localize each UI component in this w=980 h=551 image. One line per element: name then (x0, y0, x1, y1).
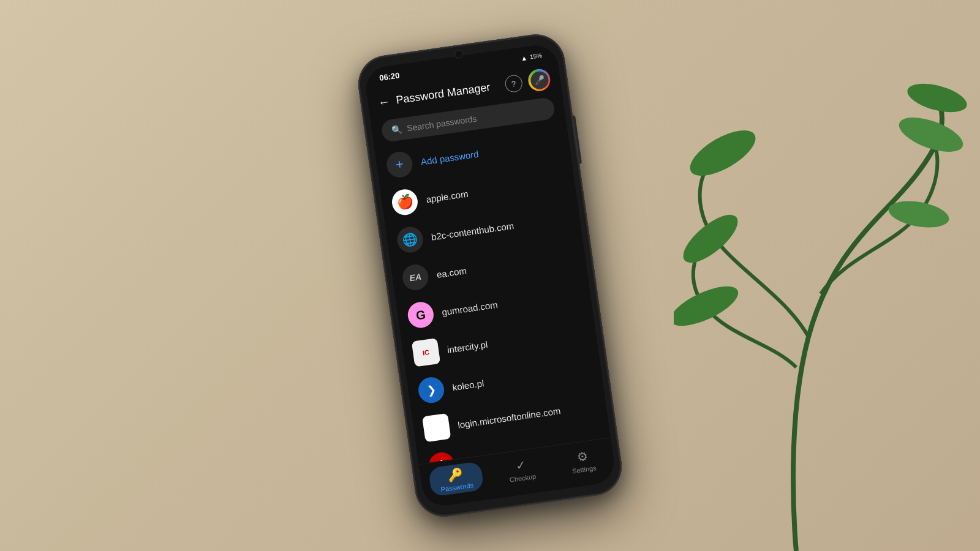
nav-settings[interactable]: ⚙ Settings (559, 444, 607, 479)
passwords-nav-label: Passwords (440, 481, 474, 493)
site-icon-ea: EA (401, 263, 430, 291)
site-domain: gumroad.com (441, 299, 498, 317)
back-button[interactable]: ← (377, 95, 391, 109)
checkup-nav-icon: ✓ (515, 457, 527, 473)
passwords-nav-icon: 🔑 (447, 466, 464, 482)
plant-decoration (674, 61, 980, 551)
battery-indicator: 15% (529, 52, 542, 61)
ms-square-yellow (438, 431, 445, 432)
ms-square-blue (429, 432, 437, 433)
password-list: + Add password 🍎 apple.com 🌐 b2c-content… (374, 122, 610, 464)
search-icon: 🔍 (391, 124, 402, 135)
help-button[interactable]: ? (504, 74, 524, 94)
svg-point-1 (905, 78, 970, 118)
nav-passwords[interactable]: 🔑 Passwords (428, 461, 484, 497)
search-input[interactable]: Search passwords (406, 114, 477, 133)
nav-checkup[interactable]: ✓ Checkup (497, 452, 546, 487)
status-icons: ▲ 15% (520, 51, 542, 62)
site-domain: ea.com (436, 265, 467, 280)
wifi-icon: ▲ (520, 54, 527, 62)
site-icon-gumroad: G (406, 301, 435, 329)
user-avatar: 🎤 (529, 70, 549, 90)
site-domain: login.microsoftonline.com (457, 405, 561, 430)
site-domain: apple.com (425, 188, 469, 204)
app-title: Password Manager (395, 81, 491, 107)
svg-point-0 (684, 121, 763, 184)
site-domain: b2c-contenthub.com (431, 220, 514, 242)
ms-square-green (437, 422, 444, 424)
site-icon-apple: 🍎 (390, 187, 419, 216)
top-bar-right: ? 🎤 (503, 67, 551, 96)
checkup-nav-label: Checkup (509, 473, 537, 484)
settings-nav-icon: ⚙ (576, 449, 589, 465)
site-icon-koleo: ❯ (417, 375, 445, 404)
settings-nav-label: Settings (571, 464, 597, 474)
site-icon-b2c: 🌐 (396, 225, 424, 254)
user-avatar-ring[interactable]: 🎤 (527, 67, 552, 92)
ms-square-red (428, 424, 435, 425)
status-time: 06:20 (379, 70, 400, 82)
svg-point-5 (674, 279, 744, 334)
site-icon-intercity: IC (412, 338, 440, 367)
site-icon-microsoft (422, 413, 451, 442)
site-domain: koleo.pl (452, 378, 485, 392)
scene: 06:20 ▲ 15% ← Password Manager (0, 0, 980, 551)
add-password-label: Add password (420, 148, 480, 167)
site-domain: intercity.pl (447, 339, 488, 354)
add-password-icon: + (385, 150, 414, 179)
svg-point-4 (886, 197, 951, 232)
top-bar-left: ← Password Manager (377, 81, 491, 110)
